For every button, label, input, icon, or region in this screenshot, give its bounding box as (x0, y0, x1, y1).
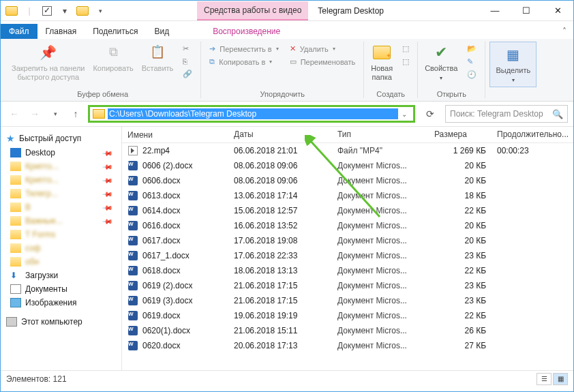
new-folder-button[interactable]: ✦ Новая папка (368, 42, 395, 83)
folder-icon (10, 189, 21, 198)
copy-to-button[interactable]: ⧉Копировать в▾ (208, 56, 280, 67)
word-file-icon: W (127, 325, 138, 336)
new-item-button[interactable]: ⬚ (401, 43, 410, 55)
file-row[interactable]: W0606 (2).docx08.06.2018 09:06Документ M… (122, 158, 573, 173)
file-row[interactable]: 22.mp406.06.2018 21:01Файл "MP4"1 269 КБ… (122, 143, 573, 158)
back-button[interactable]: ← (6, 106, 22, 122)
sidebar-item-blur-8[interactable]: обн (1, 255, 121, 269)
column-size[interactable]: Размера (429, 127, 492, 142)
new-item-buttons: ⬚ ⬚ (398, 42, 413, 69)
word-file-icon: W (127, 220, 138, 231)
pin-icon: 📌 (102, 202, 113, 213)
file-row[interactable]: W0619 (2).docx21.06.2018 17:15Документ M… (122, 278, 573, 293)
sidebar-item-pictures[interactable]: Изображения (1, 296, 121, 310)
sidebar-item-blur-4[interactable]: В📌 (1, 200, 121, 214)
file-row[interactable]: W0617.docx17.06.2018 19:08Документ Micro… (122, 233, 573, 248)
sidebar-item-downloads[interactable]: ⬇Загрузки (1, 269, 121, 282)
qat-checkbox[interactable] (39, 3, 55, 19)
sidebar-item-blur-7[interactable]: соф (1, 241, 121, 255)
move-to-button[interactable]: ➔Переместить в▾ (208, 43, 280, 55)
icons-view-button[interactable]: ▦ (553, 373, 568, 385)
column-date[interactable]: Даты (228, 127, 332, 142)
file-row[interactable]: W0606.docx08.06.2018 09:06Документ Micro… (122, 173, 573, 188)
file-row[interactable]: W0620.docx20.06.2018 17:13Документ Micro… (122, 338, 573, 353)
quick-access-header[interactable]: ★Быстрый доступ (1, 131, 121, 146)
file-list[interactable]: 22.mp406.06.2018 21:01Файл "MP4"1 269 КБ… (122, 143, 573, 370)
copy-to-icon: ⧉ (209, 57, 215, 66)
sidebar-item-documents[interactable]: Документы (1, 282, 121, 296)
maximize-button[interactable]: ☐ (511, 1, 542, 21)
copy-button[interactable]: ⧉ Копировать (90, 42, 136, 74)
refresh-button[interactable]: ⟳ (422, 106, 438, 122)
select-button[interactable]: ▦ Выделить ▾ (489, 42, 537, 87)
address-dropdown-icon[interactable]: ⌄ (398, 110, 410, 118)
column-name[interactable]: Имени (122, 127, 228, 142)
file-row[interactable]: W0617_1.docx17.06.2018 22:33Документ Mic… (122, 248, 573, 263)
close-button[interactable]: ✕ (542, 1, 573, 21)
qat-dropdown[interactable]: ▾ (57, 3, 73, 19)
column-duration[interactable]: Продолжительно... (492, 127, 573, 142)
up-button[interactable]: ↑ (67, 106, 84, 122)
sidebar-item-blur-1[interactable]: Крипто...📌 (1, 160, 121, 173)
file-row[interactable]: W0618.docx18.06.2018 13:13Документ Micro… (122, 263, 573, 278)
column-type[interactable]: Тип (332, 127, 429, 142)
file-date: 06.06.2018 21:01 (228, 146, 332, 155)
properties-button[interactable]: ✔ Свойства ▾ (422, 42, 460, 83)
pin-quick-access-button[interactable]: 📌 Закрепить на панели быстрого доступа (9, 42, 87, 83)
tab-playback[interactable]: Воспроизведение (205, 24, 288, 39)
video-tools-contextual-tab[interactable]: Средства работы с видео (197, 1, 308, 20)
copy-path-button[interactable]: ⎘ (181, 56, 194, 67)
sidebar-item-desktop[interactable]: Desktop📌 (1, 146, 121, 160)
paste-icon: 📋 (148, 43, 167, 62)
word-file-icon: W (127, 310, 138, 321)
address-bar[interactable]: C:\Users\ \Downloads\Telegram Desktop ⌄ (88, 105, 415, 123)
delete-button[interactable]: ✕Удалить▾ (288, 43, 357, 55)
pin-icon: 📌 (102, 161, 113, 172)
recent-locations-button[interactable]: ▾ (47, 106, 63, 122)
word-file-icon: W (127, 160, 138, 171)
cut-button[interactable]: ✂ (181, 43, 194, 55)
clipboard-group-label: Буфер обмена (77, 89, 128, 98)
file-size: 26 КБ (429, 326, 492, 335)
file-row[interactable]: W0616.docx16.06.2018 13:52Документ Micro… (122, 218, 573, 233)
address-path[interactable]: C:\Users\ \Downloads\Telegram Desktop (108, 108, 398, 119)
file-row[interactable]: W0613.docx13.06.2018 17:14Документ Micro… (122, 188, 573, 203)
forward-button[interactable]: → (27, 106, 43, 122)
file-type: Документ Micros... (332, 221, 429, 230)
tab-view[interactable]: Вид (146, 24, 177, 39)
organize-group-label: Упорядочить (260, 89, 305, 98)
paste-shortcut-button[interactable]: 🔗 (181, 68, 194, 80)
file-row[interactable]: W0620(1).docx21.06.2018 15:11Документ Mi… (122, 323, 573, 338)
navigation-pane[interactable]: ★Быстрый доступ Desktop📌 Крипто...📌 Крип… (1, 127, 122, 370)
file-row[interactable]: W0619 (3).docx21.06.2018 17:15Документ M… (122, 293, 573, 308)
view-mode-buttons: ☰ ▦ (537, 373, 568, 385)
tab-home[interactable]: Главная (37, 24, 85, 39)
open-button[interactable]: 📂 (466, 43, 478, 55)
ribbon-collapse-icon[interactable]: ˄ (556, 24, 573, 39)
item-count: Элементов: 121 (6, 374, 67, 384)
qat-overflow[interactable]: ▾ (92, 3, 108, 19)
file-size: 27 КБ (429, 341, 492, 350)
details-view-button[interactable]: ☰ (537, 373, 552, 385)
sidebar-item-blur-2[interactable]: Крипто...📌 (1, 173, 121, 187)
sidebar-item-blur-5[interactable]: Важные...📌 (1, 214, 121, 228)
search-box[interactable]: Поиск: Telegram Desktop 🔍 (445, 105, 568, 123)
select-group-label (512, 89, 514, 98)
file-row[interactable]: W0619.docx19.06.2018 19:19Документ Micro… (122, 308, 573, 323)
sidebar-item-this-pc[interactable]: Этот компьютер (1, 315, 121, 329)
paste-button[interactable]: 📋 Вставить (139, 42, 177, 74)
file-date: 20.06.2018 17:13 (228, 341, 332, 350)
easy-access-button[interactable]: ⬚ (401, 56, 410, 67)
file-name: 0619 (3).docx (142, 296, 192, 305)
sidebar-item-blur-6[interactable]: T Forms (1, 228, 121, 241)
tab-file[interactable]: Файл (1, 24, 37, 39)
file-name: 0606 (2).docx (142, 161, 192, 170)
edit-button[interactable]: ✎ (466, 56, 478, 67)
sidebar-item-blur-3[interactable]: Телегр...📌 (1, 187, 121, 200)
search-icon: 🔍 (552, 109, 563, 119)
rename-button[interactable]: ▭Переименовать (288, 56, 357, 67)
history-button[interactable]: 🕘 (466, 69, 478, 80)
minimize-button[interactable]: — (479, 1, 511, 21)
file-row[interactable]: W0614.docx15.06.2018 12:57Документ Micro… (122, 203, 573, 218)
tab-share[interactable]: Поделиться (85, 24, 146, 39)
